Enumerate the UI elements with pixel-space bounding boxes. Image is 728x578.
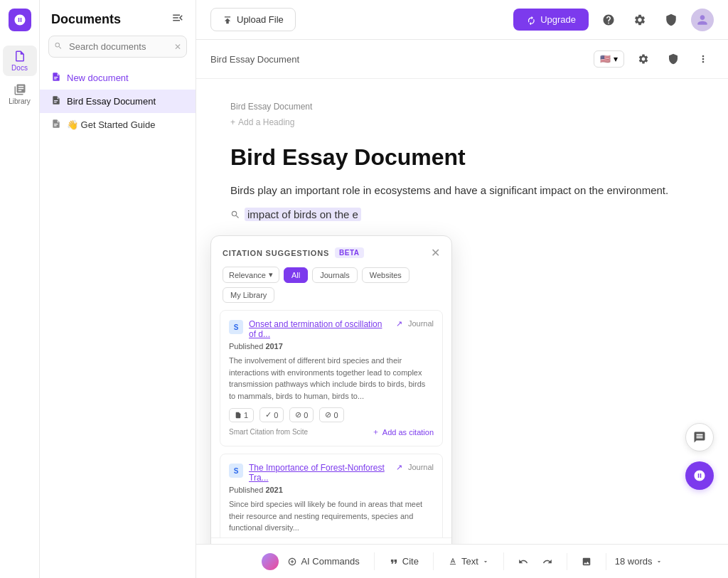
doc-shield-button[interactable] — [663, 48, 684, 70]
citation-stats-1: 1 ✓ 0 ⊘ 0 ⊘ 0 — [229, 407, 434, 422]
documents-panel: Documents ✕ New document Bird Essay Docu… — [40, 0, 196, 578]
search-container: ✕ — [48, 36, 187, 58]
flag-icon: 🇺🇸 — [600, 54, 611, 64]
gradient-bubble[interactable] — [262, 553, 279, 570]
citation-popup: CITATION SUGGESTIONS BETA ✕ Relevance ▾ … — [210, 235, 452, 544]
help-button[interactable] — [597, 9, 620, 31]
cite-section: Cite — [375, 552, 434, 570]
search-query-line: impact of birds on the e — [230, 208, 694, 221]
citation-arrow-2[interactable]: ↗ — [396, 463, 402, 472]
citation-abstract-1: The involvement of different bird specie… — [229, 355, 434, 402]
citation-type-1: Journal — [408, 319, 434, 328]
citation-item-2: S The Importance of Forest-Nonforest Tra… — [220, 454, 443, 537]
sidebar-item-library[interactable]: Library — [3, 79, 37, 109]
citation-arrow-1[interactable]: ↗ — [396, 319, 402, 328]
ai-commands-section: AI Commands — [253, 552, 374, 570]
add-citation-label-1: Add as citation — [382, 428, 434, 437]
stat-check-icon-1: ✓ — [265, 410, 272, 419]
stat-neutral-icon-1: ⊘ — [295, 410, 301, 419]
sidebar-item-docs-label: Docs — [11, 64, 28, 72]
new-document-label: New document — [67, 73, 129, 83]
filter-journals[interactable]: Journals — [312, 267, 358, 283]
citation-item-1-header: S Onset and termination of oscillation o… — [229, 319, 434, 339]
filter-all[interactable]: All — [284, 267, 308, 283]
cite-button[interactable]: Cite — [383, 552, 424, 570]
upgrade-button[interactable]: Upgrade — [513, 9, 589, 31]
stat-doc-value-1: 1 — [244, 411, 248, 419]
bird-essay-label: Bird Essay Document — [67, 96, 156, 107]
editor-area[interactable]: Bird Essay Document + Add a Heading Bird… — [196, 79, 728, 544]
get-started-icon — [51, 119, 61, 131]
search-query-text: impact of birds on the e — [245, 208, 361, 221]
citation-link-1[interactable]: Onset and termination of oscillation of … — [249, 319, 390, 339]
doc-settings-button[interactable] — [633, 48, 654, 70]
doc-more-button[interactable] — [692, 48, 714, 70]
language-selector[interactable]: 🇺🇸 ▾ — [594, 50, 624, 68]
get-started-guide-item[interactable]: 👋 Get Started Guide — [40, 113, 196, 137]
doc-header-bar: Bird Essay Document 🇺🇸 ▾ — [196, 40, 728, 79]
undo-button[interactable] — [513, 553, 534, 570]
citation-item: S Onset and termination of oscillation o… — [220, 310, 443, 446]
word-count-value: 18 words — [615, 556, 653, 567]
bottom-toolbar: AI Commands Cite Text — [196, 544, 728, 578]
bird-essay-document-item[interactable]: Bird Essay Document — [40, 90, 196, 113]
citation-type-2: Journal — [408, 463, 434, 471]
user-avatar[interactable] — [691, 9, 714, 31]
shield-button[interactable] — [660, 9, 682, 31]
ai-commands-button[interactable]: AI Commands — [282, 552, 365, 570]
citation-source-icon-1: S — [229, 320, 243, 334]
docs-menu-icon[interactable] — [171, 11, 184, 27]
new-document-item[interactable]: New document — [40, 66, 196, 90]
citation-link-2[interactable]: The Importance of Forest-Nonforest Tra..… — [249, 463, 390, 483]
ai-commands-label: AI Commands — [301, 556, 359, 567]
history-section — [504, 553, 567, 570]
upload-file-label: Upload File — [237, 14, 284, 25]
citation-abstract-2: Since bird species will likely be found … — [229, 498, 434, 534]
search-icon — [54, 41, 63, 52]
add-heading-label: Add a Heading — [238, 117, 294, 127]
flag-chevron: ▾ — [614, 54, 618, 64]
filter-my-library[interactable]: My Library — [223, 287, 274, 303]
stat-cross-icon-1: ⊘ — [325, 410, 331, 419]
upload-file-button[interactable]: Upload File — [210, 8, 296, 31]
plus-icon: + — [230, 117, 235, 127]
add-heading-button[interactable]: + Add a Heading — [230, 117, 694, 127]
clear-search-icon[interactable]: ✕ — [174, 42, 181, 52]
document-title[interactable]: Bird Essay Document — [230, 144, 694, 171]
stat-neutral-1: ⊘ 0 — [289, 407, 314, 422]
image-button[interactable] — [576, 553, 597, 570]
get-started-label: 👋 Get Started Guide — [67, 119, 155, 130]
relevance-label: Relevance — [229, 271, 266, 279]
citation-popup-header: CITATION SUGGESTIONS BETA ✕ — [211, 236, 451, 267]
document-body[interactable]: Birds play an important role in ecosyste… — [230, 182, 694, 199]
search-input[interactable] — [48, 36, 187, 58]
sidebar-item-docs[interactable]: Docs — [3, 46, 37, 76]
relevance-filter[interactable]: Relevance ▾ — [223, 267, 279, 283]
citation-year-2: Published 2021 — [229, 486, 434, 494]
text-style-button[interactable]: Text — [442, 552, 495, 570]
add-as-citation-button-1[interactable]: ＋ Add as citation — [372, 427, 434, 437]
settings-button[interactable] — [628, 9, 651, 31]
redo-button[interactable] — [537, 553, 558, 570]
main-area: Upload File Upgrade Bird Essay Document — [196, 0, 728, 578]
citation-year-1: Published 2017 — [229, 342, 434, 350]
citation-source-icon-2: S — [229, 464, 243, 478]
cite-label: Cite — [402, 556, 419, 567]
citation-item-2-header: S The Importance of Forest-Nonforest Tra… — [229, 463, 434, 483]
text-style-label: Text — [461, 556, 478, 567]
top-bar-left: Upload File — [210, 8, 296, 31]
ai-assistant-button[interactable] — [685, 461, 714, 490]
citation-close-button[interactable]: ✕ — [431, 246, 440, 259]
chat-bubble-button[interactable] — [685, 423, 714, 451]
top-bar: Upload File Upgrade — [196, 0, 728, 40]
new-doc-icon — [51, 72, 61, 84]
docs-panel-title: Documents — [51, 12, 121, 27]
doc-header-bar-right: 🇺🇸 ▾ — [594, 48, 714, 70]
app-logo[interactable] — [9, 9, 31, 31]
stat-check-1: ✓ 0 — [259, 407, 284, 422]
citation-popup-footer: {_} Add a custom citation — [211, 537, 451, 544]
stat-doc-1: 1 — [229, 408, 254, 422]
sidebar-item-library-label: Library — [9, 97, 31, 105]
filter-websites[interactable]: Websites — [362, 267, 410, 283]
word-count-selector[interactable]: 18 words — [615, 556, 663, 567]
